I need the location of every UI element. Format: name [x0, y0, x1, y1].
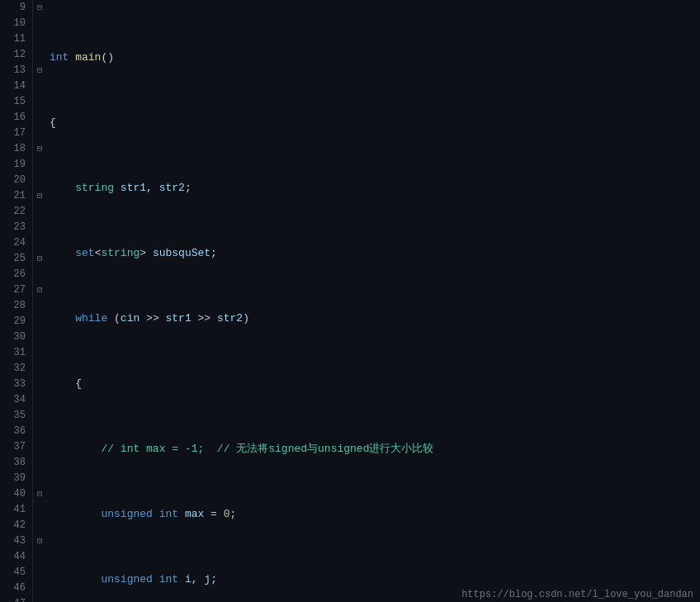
- code-line-11: string str1, str2;: [50, 180, 700, 196]
- code-editor: 9 10 11 12 13 14 15 16 17 18 19 20 21 22…: [0, 0, 700, 602]
- fold-40[interactable]: ⊟: [33, 486, 46, 502]
- code-content[interactable]: int main() { string str1, str2; set<stri…: [46, 0, 700, 602]
- code-line-17: unsigned int i, j;: [50, 571, 700, 587]
- fold-43[interactable]: ⊟: [33, 533, 46, 549]
- code-line-16: unsigned int max = 0;: [50, 506, 700, 522]
- status-bar: https://blog.csdn.net/l_love_you_dandan: [455, 587, 700, 602]
- fold-18[interactable]: ⊟: [33, 141, 46, 157]
- code-line-12: set<string> subsquSet;: [50, 245, 700, 261]
- fold-13[interactable]: ⊟: [33, 63, 46, 78]
- line-num-9: 9: [7, 0, 26, 16]
- fold-27[interactable]: ⊟: [33, 282, 46, 298]
- fold-21[interactable]: ⊟: [33, 188, 46, 204]
- code-line-15: // int max = -1; // 无法将signed与unsigned进行…: [50, 441, 700, 457]
- code-line-9: int main(): [50, 50, 700, 65]
- line-numbers: 9 10 11 12 13 14 15 16 17 18 19 20 21 22…: [0, 0, 33, 602]
- fold-gutter: ⊟ ⊟ ⊟ ⊟ ⊟ ⊟: [33, 0, 46, 602]
- code-line-14: {: [50, 376, 700, 391]
- fold-9[interactable]: ⊟: [33, 0, 46, 16]
- code-line-13: while (cin >> str1 >> str2): [50, 310, 700, 326]
- fold-25[interactable]: ⊟: [33, 251, 46, 267]
- blog-url: https://blog.csdn.net/l_love_you_dandan: [461, 589, 693, 600]
- code-line-10: {: [50, 115, 700, 130]
